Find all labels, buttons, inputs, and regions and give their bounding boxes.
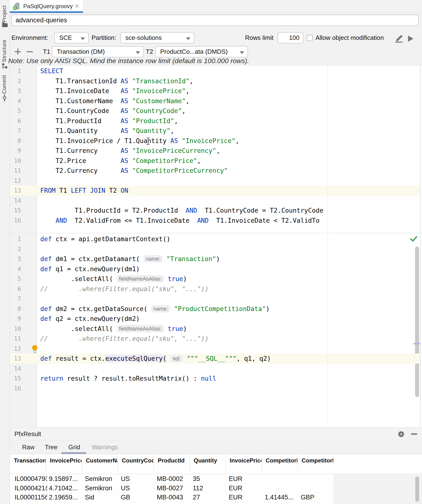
tab-pasqlquery-groovy[interactable]: G PaSqlQuery.groovy ✕ bbox=[10, 0, 83, 13]
sidebar-item-project[interactable]: Project bbox=[1, 3, 8, 23]
column-header[interactable]: CountryCode bbox=[122, 456, 153, 465]
tab-close-icon[interactable]: ✕ bbox=[75, 0, 79, 13]
line-number: 3 bbox=[10, 86, 21, 96]
query-name-input[interactable]: advanced-queries bbox=[12, 15, 419, 26]
t2-select[interactable]: ProductCo...ata (DMDS) bbox=[155, 46, 248, 57]
chevron-down-icon bbox=[81, 37, 85, 40]
active-tab-indicator bbox=[10, 11, 83, 13]
gear-icon[interactable] bbox=[398, 431, 404, 437]
column-divider bbox=[82, 474, 82, 504]
code-line: T1.ProductId AS "ProductId", bbox=[37, 116, 178, 126]
editor-right-border bbox=[420, 234, 421, 427]
result-grid-scrollbar-thumb[interactable] bbox=[415, 477, 419, 502]
result-tab-raw[interactable]: Raw bbox=[22, 441, 35, 454]
line-number: 3 bbox=[10, 254, 21, 264]
text-cursor-pointer bbox=[146, 138, 150, 145]
code-line: .selectAll( fieldNameAsAlias: true) bbox=[37, 274, 187, 284]
code-line: def dm1 = ctx.getDatamart( name: "Transa… bbox=[37, 254, 220, 264]
edit-pencil-icon[interactable] bbox=[394, 34, 404, 43]
line-number: 10 bbox=[10, 156, 21, 166]
line-number: 11 bbox=[10, 334, 21, 344]
editor-scrollbar-thumb[interactable] bbox=[415, 246, 419, 397]
grid-cell: US bbox=[121, 484, 153, 493]
result-grid-body: IL000047909.15897...SemikronUSMB-000235E… bbox=[10, 474, 333, 504]
line-number: 11 bbox=[10, 166, 21, 176]
column-divider bbox=[118, 474, 118, 504]
column-header[interactable]: ProductId bbox=[158, 456, 189, 465]
column-header[interactable]: Quantity bbox=[194, 456, 225, 465]
column-header[interactable]: TransactionId bbox=[14, 456, 46, 465]
line-number: 4 bbox=[10, 96, 21, 106]
rows-limit-input[interactable]: 100 bbox=[278, 32, 303, 43]
grid-cell: US bbox=[121, 474, 153, 483]
line-number: 13 bbox=[10, 186, 21, 196]
partition-select[interactable]: sce-solutions bbox=[120, 32, 194, 43]
code-line bbox=[37, 384, 40, 394]
partition-value: sce-solutions bbox=[121, 33, 194, 43]
t2-label: T2 bbox=[146, 46, 153, 57]
grid-cell: 1.41445... bbox=[265, 493, 297, 502]
result-tab-grid[interactable]: Grid bbox=[68, 441, 80, 454]
line-number: 14 bbox=[10, 364, 21, 374]
line-number: 9 bbox=[10, 314, 21, 324]
allow-object-modification-checkbox[interactable] bbox=[307, 35, 313, 41]
line-number: 8 bbox=[10, 304, 21, 314]
t1-select[interactable]: Transaction (DM) bbox=[52, 46, 144, 57]
line-number: 12 bbox=[10, 344, 21, 354]
code-line: T1.InvoicePrice / T1.Quantity AS "Invoic… bbox=[37, 136, 239, 146]
sql-editor[interactable]: 1SELECT2 T1.TransactionId AS "Transactio… bbox=[10, 65, 422, 233]
line-number: 9 bbox=[10, 146, 21, 156]
remove-table-icon[interactable] bbox=[27, 48, 33, 55]
code-line: // .where(Filter.equal("sku", "...")) bbox=[37, 284, 209, 294]
chevron-down-icon bbox=[136, 51, 140, 54]
environment-select[interactable]: SCE bbox=[54, 32, 89, 43]
line-number: 14 bbox=[10, 196, 21, 206]
code-line: .selectAll( fieldNameAsAlias: true) bbox=[37, 324, 187, 334]
tab-title: PaSqlQuery.groovy bbox=[23, 0, 73, 13]
sidebar-item-commit[interactable]: Commit bbox=[1, 75, 8, 94]
sidebar-item-structure[interactable]: Structure bbox=[1, 37, 8, 62]
column-header[interactable]: CompetitorPriceCurrency bbox=[302, 456, 333, 465]
code-line: FROM T1 LEFT JOIN T2 ON bbox=[37, 186, 128, 196]
partition-label: Partition: bbox=[92, 32, 116, 43]
column-header[interactable]: InvoicePrice bbox=[50, 456, 82, 465]
code-line bbox=[37, 176, 40, 186]
code-line: T1.CountryCode AS "CountryCode", bbox=[37, 106, 186, 116]
column-header[interactable]: CustomerName bbox=[86, 456, 117, 465]
code-line: T2.Currency AS "CompetitorPriceCurrency" bbox=[37, 166, 228, 176]
grid-cell: 2.19659... bbox=[49, 493, 82, 502]
grid-cell: Semikron bbox=[85, 474, 117, 483]
column-divider bbox=[262, 474, 262, 504]
column-divider bbox=[46, 454, 46, 474]
t1-label: T1 bbox=[43, 46, 50, 57]
code-line: T1.Currency AS "InvoicePriceCurrency", bbox=[37, 146, 220, 156]
minimize-icon[interactable] bbox=[411, 433, 417, 435]
code-line: SELECT bbox=[37, 66, 63, 76]
run-icon[interactable] bbox=[408, 36, 413, 42]
result-tab-tree[interactable]: Tree bbox=[45, 441, 58, 454]
grid-cell: MB-0043 bbox=[157, 493, 189, 502]
code-line: T1.ProductId = T2.ProductId AND T1.Count… bbox=[37, 205, 323, 216]
groovy-editor[interactable]: 1def ctx = api.getDatamartContext()23def… bbox=[10, 234, 422, 427]
column-divider bbox=[298, 474, 298, 504]
allow-object-modification-label: Allow object modification bbox=[316, 32, 384, 43]
code-line: T1.TransactionId AS "TransactionId", bbox=[37, 76, 193, 86]
line-number: 8 bbox=[10, 136, 21, 146]
grid-cell: 35 bbox=[193, 474, 225, 483]
add-table-icon[interactable] bbox=[15, 48, 21, 55]
code-line: def dm2 = ctx.getDataSource( name: "Prod… bbox=[37, 304, 270, 314]
scrollbar-annotation-mark bbox=[413, 343, 420, 344]
column-header[interactable]: CompetitorPrice bbox=[266, 456, 297, 465]
intention-bulb-icon[interactable] bbox=[32, 345, 37, 350]
chevron-down-icon bbox=[240, 51, 244, 54]
line-number: 4 bbox=[10, 264, 21, 274]
line-number: 6 bbox=[10, 116, 21, 126]
result-tab-warnings[interactable]: Warnings bbox=[92, 441, 118, 454]
grid-cell: IL00004216 bbox=[15, 484, 47, 493]
grid-cell: Sid bbox=[85, 493, 117, 502]
column-divider bbox=[82, 454, 82, 474]
code-line: def q1 = ctx.newQuery(dm1) bbox=[37, 264, 140, 274]
column-header[interactable]: InvoicePriceCurrency bbox=[230, 456, 261, 465]
code-line: // .where(Filter.equal("sku", "...")) bbox=[37, 334, 209, 344]
result-tabs: RawTreeGridWarnings bbox=[10, 441, 422, 454]
